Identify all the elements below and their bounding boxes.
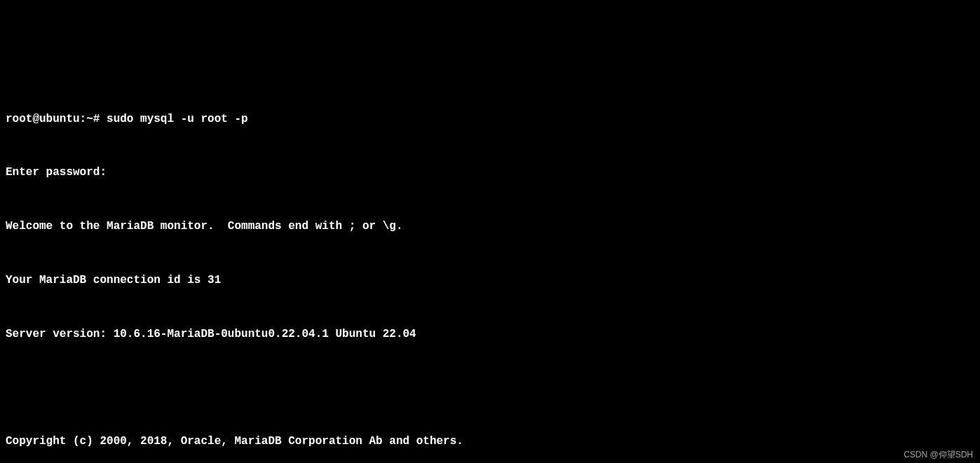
- terminal-line: Enter password:: [6, 164, 974, 182]
- terminal-line: Welcome to the MariaDB monitor. Commands…: [6, 218, 974, 236]
- terminal-line: [6, 379, 974, 397]
- terminal-line: Copyright (c) 2000, 2018, Oracle, MariaD…: [6, 433, 974, 451]
- terminal-output[interactable]: root@ubuntu:~# sudo mysql -u root -p Ent…: [6, 74, 974, 463]
- watermark-text: CSDN @仰望SDH: [904, 448, 973, 462]
- terminal-line: Your MariaDB connection id is 31: [6, 272, 974, 290]
- terminal-line: Server version: 10.6.16-MariaDB-0ubuntu0…: [6, 326, 974, 344]
- terminal-line: root@ubuntu:~# sudo mysql -u root -p: [6, 111, 974, 129]
